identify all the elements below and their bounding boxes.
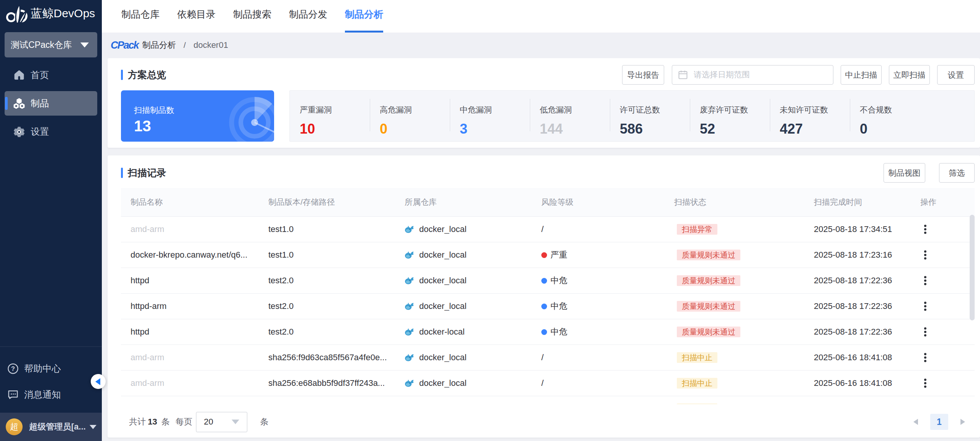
svg-text:?: ? — [11, 365, 15, 372]
